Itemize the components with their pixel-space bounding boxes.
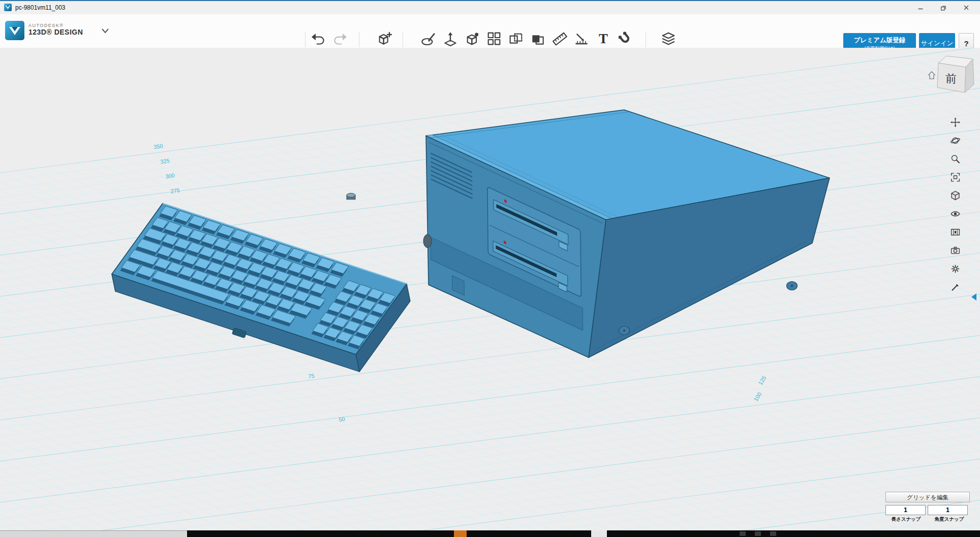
primitives-icon (376, 31, 392, 47)
toolbar-separator (305, 32, 305, 47)
redo-button (331, 31, 348, 47)
grid-axis-label: 275 (170, 187, 180, 194)
model-small-knob[interactable] (347, 193, 355, 199)
viewport-canvas[interactable]: 3503253002757550125100 (0, 48, 980, 530)
minimize-button[interactable] (909, 1, 932, 14)
align-icon (573, 31, 590, 47)
sketch-button[interactable] (420, 31, 437, 47)
viewport: 3503253002757550125100 (0, 48, 980, 530)
brand-autodesk: AUTODESK® (28, 23, 83, 28)
premium-upgrade-label: プレミアム版登録 (843, 36, 916, 45)
pan-icon (950, 117, 961, 128)
measure-button[interactable] (552, 31, 568, 47)
orbit-icon (950, 135, 961, 146)
undo-icon (311, 31, 327, 47)
snapshot-icon (950, 245, 961, 256)
text-button[interactable] (595, 31, 611, 47)
zoom-button[interactable] (947, 152, 963, 166)
material-icon (660, 31, 677, 47)
angle-snap-input[interactable] (928, 505, 968, 515)
taskbar-tray-icon[interactable] (770, 531, 776, 536)
main-toolbar: AUTODESK® 123D® DESIGN プレミアム版登録 (商業利用向け)… (0, 14, 980, 48)
grouping-icon (508, 31, 524, 47)
taskbar-app-orange[interactable] (454, 530, 467, 537)
materials-icon (950, 227, 961, 237)
grouping-button[interactable] (508, 31, 524, 47)
edit-grid-button[interactable]: グリッドを編集 (885, 492, 970, 502)
sign-in-label: サインイン (921, 39, 954, 48)
snap-icon (617, 31, 633, 47)
fit-button[interactable] (947, 170, 963, 185)
settings-button[interactable] (947, 261, 963, 276)
brand-123d-design: 123D® DESIGN (28, 28, 83, 36)
align-button[interactable] (573, 31, 590, 47)
annotate-icon (950, 282, 961, 292)
taskbar-tray-icon[interactable] (740, 531, 746, 536)
app-icon (4, 4, 12, 11)
view-cube[interactable]: 前 (926, 49, 977, 100)
grid-axis-label: 300 (165, 172, 175, 180)
text-icon (595, 31, 611, 47)
snap-button[interactable] (617, 31, 633, 47)
pan-button[interactable] (947, 115, 963, 130)
taskbar-left-segment[interactable] (0, 530, 187, 537)
angle-snap-label: 角度スナップ (929, 516, 970, 523)
toolbar-separator (403, 32, 403, 47)
construct-icon (442, 31, 458, 47)
restore-icon (940, 5, 946, 11)
main-menu-chevron-icon[interactable] (101, 27, 110, 35)
taskbar-app-light[interactable] (591, 530, 607, 537)
grid-axis-label: 325 (160, 158, 170, 165)
case-side-dial (423, 234, 432, 248)
measure-icon (552, 31, 568, 47)
annotate-button[interactable] (947, 280, 963, 294)
length-snap-input[interactable] (885, 505, 926, 515)
grid-settings-panel: グリッドを編集 長さスナップ 角度スナップ (885, 492, 970, 523)
construct-button[interactable] (442, 31, 458, 47)
shading-button[interactable] (947, 188, 963, 203)
help-label: ? (964, 39, 968, 48)
settings-icon (950, 263, 961, 274)
view-cube-front-label: 前 (945, 72, 957, 85)
grid-axis-label: 75 (308, 372, 315, 379)
sketch-icon (420, 31, 437, 47)
taskbar-tray-icon[interactable] (755, 531, 761, 536)
home-icon[interactable] (928, 72, 935, 79)
brand-block: AUTODESK® 123D® DESIGN (28, 23, 83, 36)
combine-button[interactable] (530, 31, 546, 47)
close-button[interactable] (955, 1, 977, 14)
panel-collapse-arrow-icon[interactable] (971, 293, 976, 301)
navigation-rail (945, 115, 965, 294)
snapshot-button[interactable] (947, 243, 963, 258)
visibility-icon (950, 208, 961, 219)
close-icon (963, 5, 969, 11)
restore-button[interactable] (932, 1, 955, 14)
modify-icon (464, 31, 480, 47)
title-bar[interactable]: pc-9801vm11_003 (0, 1, 980, 15)
combine-icon (530, 31, 546, 47)
undo-button[interactable] (311, 31, 327, 47)
shading-icon (950, 190, 961, 201)
app-logo-icon (5, 21, 24, 40)
fit-icon (950, 172, 961, 183)
materials-button[interactable] (947, 225, 963, 240)
primitives-button[interactable] (376, 31, 392, 47)
material-button[interactable] (660, 31, 677, 47)
visibility-button[interactable] (947, 206, 963, 221)
toolbar-separator (646, 32, 646, 47)
zoom-icon (950, 154, 961, 164)
modify-button[interactable] (464, 31, 480, 47)
orbit-button[interactable] (947, 133, 963, 148)
grid-axis-label: 350 (154, 143, 164, 150)
pattern-button[interactable] (486, 31, 502, 47)
redo-icon (331, 31, 348, 47)
toolbar-separator (359, 32, 359, 47)
taskbar[interactable] (0, 530, 980, 537)
pattern-icon (486, 31, 502, 47)
grid-axis-label: 50 (339, 415, 346, 423)
length-snap-label: 長さスナップ (885, 516, 927, 523)
window-title: pc-9801vm11_003 (15, 4, 66, 11)
